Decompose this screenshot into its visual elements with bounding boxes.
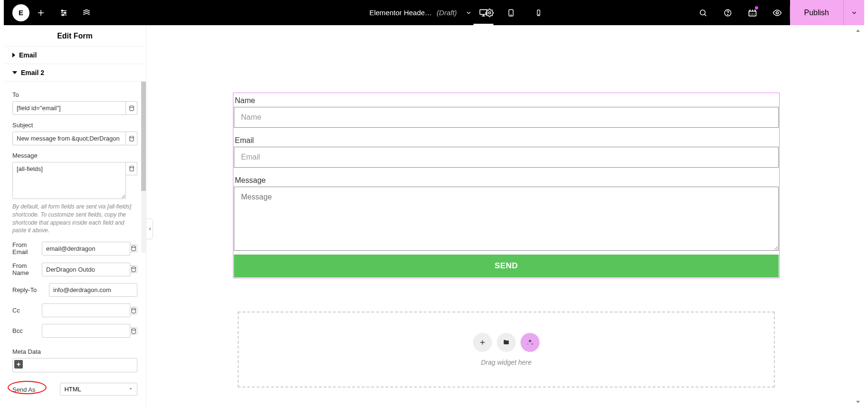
send-as-label: Send As <box>12 386 35 393</box>
reply-to-label: Reply-To <box>12 286 49 293</box>
finder-search-icon[interactable] <box>691 0 715 25</box>
top-bar: E Elementor Heade… (Draft) <box>4 0 864 25</box>
editor-panel: Edit Form Email Email 2 To Subject Messa… <box>4 26 146 407</box>
form-widget[interactable]: Name Email Message SEND <box>233 93 780 278</box>
from-email-input[interactable] <box>42 242 130 256</box>
svg-point-6 <box>511 14 511 15</box>
svg-point-18 <box>132 267 135 269</box>
svg-point-0 <box>62 10 63 11</box>
bcc-input[interactable] <box>42 324 130 338</box>
reply-to-input[interactable] <box>49 283 137 297</box>
message-dynamic-tags-button[interactable] <box>126 162 137 175</box>
preview-icon[interactable] <box>765 0 790 25</box>
from-name-input[interactable] <box>42 263 130 276</box>
empty-section-dropzone[interactable]: Drag widget here <box>238 312 775 388</box>
svg-point-16 <box>129 166 133 168</box>
svg-point-19 <box>132 308 135 310</box>
cc-input[interactable] <box>42 303 130 317</box>
subject-dynamic-tags-button[interactable] <box>126 132 137 145</box>
section-email-label: Email <box>19 51 37 59</box>
structure-icon[interactable] <box>75 0 98 25</box>
section-email2-label: Email 2 <box>21 69 44 76</box>
form-name-label: Name <box>235 96 779 105</box>
device-desktop-button[interactable] <box>470 0 497 25</box>
site-settings-icon[interactable] <box>52 0 75 25</box>
device-mobile-button[interactable] <box>525 0 552 25</box>
meta-data-add-button[interactable]: + <box>14 360 23 369</box>
publish-options-dropdown[interactable] <box>843 0 864 25</box>
dropzone-text: Drag widget here <box>481 359 532 366</box>
whats-new-icon[interactable] <box>740 0 765 25</box>
message-textarea[interactable] <box>12 162 126 199</box>
responsive-devices <box>470 0 552 25</box>
cc-dynamic-tags-button[interactable] <box>130 307 137 314</box>
help-icon[interactable] <box>715 0 740 25</box>
panel-body: To Subject Message By default, all form … <box>4 82 146 407</box>
message-help-text: By default, all form fields are sent via… <box>12 203 137 235</box>
message-label: Message <box>12 152 137 159</box>
form-name-input[interactable] <box>234 107 779 128</box>
elementor-logo[interactable]: E <box>12 4 29 21</box>
chevron-down-icon <box>128 386 133 393</box>
form-message-label: Message <box>235 176 779 185</box>
subject-label: Subject <box>12 122 137 129</box>
from-email-dynamic-tags-button[interactable] <box>130 245 137 252</box>
topbar-left: E <box>4 0 98 25</box>
from-email-label: From Email <box>12 241 42 256</box>
meta-data-label: Meta Data <box>12 348 137 355</box>
canvas-scroll-down-icon[interactable] <box>855 398 861 405</box>
svg-point-11 <box>727 14 728 15</box>
from-name-dynamic-tags-button[interactable] <box>130 265 137 273</box>
meta-data-input[interactable]: + <box>12 358 137 372</box>
svg-rect-12 <box>749 11 756 16</box>
caret-right-icon <box>12 53 15 57</box>
cc-label: Cc <box>12 307 42 314</box>
svg-point-14 <box>129 105 133 107</box>
svg-point-20 <box>132 328 135 330</box>
svg-point-1 <box>65 12 66 13</box>
svg-point-9 <box>700 10 705 15</box>
from-name-label: From Name <box>12 262 42 276</box>
editor-canvas[interactable]: Name Email Message SEND Drag widget here <box>157 33 862 407</box>
form-send-button[interactable]: SEND <box>234 255 779 277</box>
add-element-button[interactable] <box>29 0 52 25</box>
section-email[interactable]: Email <box>4 47 146 64</box>
add-section-button[interactable] <box>473 333 492 352</box>
panel-title: Edit Form <box>4 26 146 47</box>
dropzone-icons <box>473 333 540 352</box>
form-email-input[interactable] <box>234 147 779 168</box>
topbar-right: Publish <box>691 0 864 25</box>
to-input[interactable] <box>12 101 126 115</box>
panel-scroll-thumb[interactable] <box>141 82 146 191</box>
panel-collapse-handle[interactable] <box>146 218 153 239</box>
svg-point-15 <box>129 136 133 138</box>
panel-scroll-track[interactable] <box>141 82 146 253</box>
svg-rect-4 <box>480 9 487 14</box>
to-label: To <box>12 91 137 98</box>
form-message-textarea[interactable] <box>234 187 779 251</box>
template-library-button[interactable] <box>497 333 516 352</box>
svg-point-2 <box>62 14 64 16</box>
svg-point-17 <box>132 246 135 248</box>
subject-input[interactable] <box>12 132 126 145</box>
to-dynamic-tags-button[interactable] <box>126 101 137 115</box>
canvas-scroll-up-icon[interactable] <box>855 28 861 34</box>
send-as-select[interactable]: HTML <box>60 383 137 396</box>
svg-point-13 <box>776 11 778 14</box>
document-title: Elementor Heade… <box>369 9 432 17</box>
publish-button[interactable]: Publish <box>790 0 843 25</box>
svg-point-8 <box>539 14 539 15</box>
send-as-label-wrap: Send As <box>12 384 41 395</box>
notification-dot-icon <box>755 6 758 9</box>
bcc-dynamic-tags-button[interactable] <box>130 327 137 335</box>
send-as-value: HTML <box>64 386 81 393</box>
form-email-label: Email <box>235 136 779 145</box>
caret-down-icon <box>12 71 17 74</box>
document-status: (Draft) <box>437 9 457 17</box>
ai-button[interactable] <box>521 333 540 352</box>
device-tablet-button[interactable] <box>497 0 525 25</box>
section-email2[interactable]: Email 2 <box>4 64 146 82</box>
bcc-label: Bcc <box>12 327 42 334</box>
